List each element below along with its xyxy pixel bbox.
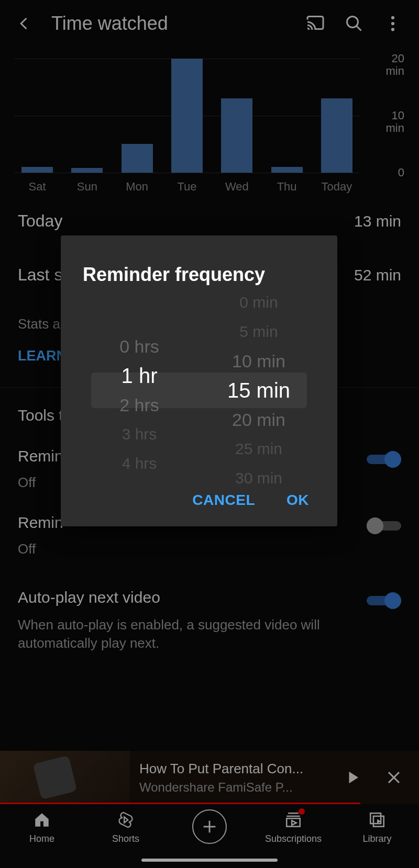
- ok-button[interactable]: OK: [286, 492, 309, 509]
- app-root: Time watched 20min10min0 SatSunMonTueWed…: [0, 0, 419, 868]
- picker-item[interactable]: 15 min: [212, 376, 306, 405]
- picker-item[interactable]: 3 hrs: [92, 420, 186, 449]
- cancel-button[interactable]: CANCEL: [192, 492, 255, 509]
- picker-item[interactable]: 4 hrs: [92, 449, 186, 478]
- minutes-picker[interactable]: 0 min5 min10 min15 min20 min25 min30 min: [212, 288, 306, 493]
- picker-item[interactable]: 0 hrs: [92, 332, 186, 361]
- reminder-frequency-dialog: Reminder frequency 0 hrs1 hr2 hrs3 hrs4 …: [61, 235, 337, 526]
- hours-picker[interactable]: 0 hrs1 hr2 hrs3 hrs4 hrs: [92, 302, 186, 478]
- picker-item[interactable]: 25 min: [212, 434, 306, 464]
- picker-item[interactable]: 10 min: [212, 346, 306, 376]
- picker-item[interactable]: 30 min: [212, 464, 306, 493]
- picker-item[interactable]: 20 min: [212, 405, 306, 434]
- picker-area: 0 hrs1 hr2 hrs3 hrs4 hrs 0 min5 min10 mi…: [61, 307, 337, 474]
- picker-item[interactable]: 5 min: [212, 317, 306, 346]
- picker-item[interactable]: [92, 302, 186, 332]
- picker-item[interactable]: 1 hr: [92, 361, 186, 390]
- picker-item[interactable]: 2 hrs: [92, 390, 186, 420]
- picker-item[interactable]: 0 min: [212, 288, 306, 317]
